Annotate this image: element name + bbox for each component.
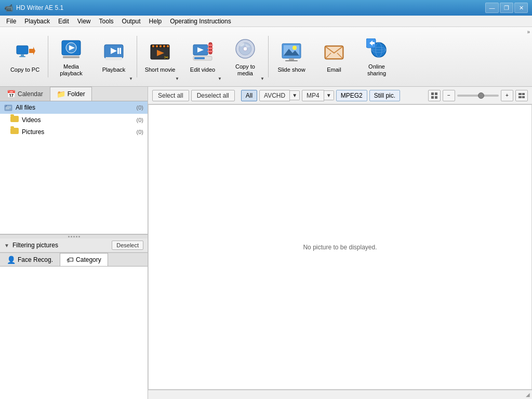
svg-rect-17 [159, 45, 162, 47]
svg-point-38 [292, 46, 297, 50]
short-movie-icon: ✂ [148, 39, 172, 64]
face-recog-icon: 👤 [7, 256, 16, 264]
menu-edit[interactable]: Edit [54, 17, 73, 26]
menu-bar: File Playback Edit View Tools Output Hel… [0, 16, 532, 27]
copy-to-media-button[interactable]: Copy to media ▼ [224, 31, 266, 83]
deselect-all-button[interactable]: Deselect all [191, 90, 235, 101]
edit-video-button[interactable]: Edit video ▼ [182, 31, 223, 83]
category-tab[interactable]: 🏷 Category [60, 253, 108, 266]
online-sharing-button[interactable]: Online sharing [356, 31, 397, 83]
zoom-out-button[interactable]: − [443, 90, 455, 101]
svg-rect-9 [105, 57, 122, 60]
svg-marker-3 [29, 47, 35, 55]
filter-arrow-icon: ▼ [4, 243, 9, 248]
playback-button[interactable]: Playback ▼ [93, 31, 135, 83]
minimize-button[interactable]: — [485, 3, 499, 13]
edit-video-arrow: ▼ [218, 76, 222, 81]
resize-grip: ◢ [526, 392, 530, 397]
toolbar-sep-1 [48, 36, 48, 77]
close-button[interactable]: ✕ [514, 3, 528, 13]
slide-show-icon [279, 39, 304, 64]
grid-view-button[interactable] [428, 90, 441, 101]
deselect-button[interactable]: Deselect [112, 241, 143, 250]
menu-help[interactable]: Help [145, 17, 166, 26]
copy-to-media-arrow: ▼ [260, 76, 264, 81]
menu-tools[interactable]: Tools [95, 17, 118, 26]
edit-video-label: Edit video [190, 66, 215, 73]
menu-playback[interactable]: Playback [20, 17, 54, 26]
tab-folder[interactable]: 📁 Folder [50, 87, 92, 101]
title-text: HD Writer AE 5.1 [16, 4, 63, 11]
resize-handle[interactable] [0, 234, 148, 238]
tree-item-all-files[interactable]: All files (0) [0, 101, 148, 114]
filter-all-button[interactable]: All [241, 90, 257, 101]
short-movie-label: Short movie [145, 66, 176, 73]
copy-to-media-label: Copy to media [227, 63, 263, 77]
tab-bar: 📅 Calendar 📁 Folder [0, 87, 148, 101]
svg-rect-54 [6, 108, 11, 108]
calendar-icon: 📅 [7, 90, 16, 98]
avchd-filter: AVCHD ▼ [259, 90, 300, 101]
title-bar: 📹 HD Writer AE 5.1 — ❐ ✕ [0, 0, 532, 16]
mp4-filter-btn[interactable]: MP4 [302, 90, 324, 101]
mp4-filter: MP4 ▼ [302, 90, 334, 101]
main-content: 📅 Calendar 📁 Folder [0, 87, 532, 399]
svg-rect-53 [6, 107, 11, 107]
zoom-in-button[interactable]: + [501, 90, 513, 101]
online-sharing-icon [364, 36, 389, 61]
playback-label: Playback [102, 66, 126, 73]
email-icon [322, 39, 347, 64]
filter-bar: Select all Deselect all All AVCHD ▼ MP4 … [148, 87, 532, 104]
restore-button[interactable]: ❐ [500, 3, 513, 13]
mpeg2-filter-button[interactable]: MPEG2 [336, 90, 367, 101]
copy-to-pc-icon [12, 39, 37, 64]
short-movie-button[interactable]: ✂ Short movie ▼ [139, 31, 181, 83]
list-view-button[interactable] [515, 90, 528, 101]
menu-operating-instructions[interactable]: Operating Instructions [166, 17, 235, 26]
tree-item-videos[interactable]: Videos (0) [0, 114, 148, 126]
left-panel: 📅 Calendar 📁 Folder [0, 87, 148, 399]
face-category-content [0, 267, 148, 399]
email-label: Email [327, 66, 341, 73]
filtering-panel: ▼ Filtering pictures Deselect [0, 238, 148, 253]
menu-file[interactable]: File [2, 17, 20, 26]
svg-rect-1 [21, 54, 24, 56]
face-recog-tab[interactable]: 👤 Face Recog. [0, 253, 60, 266]
slide-show-button[interactable]: Slide show [271, 31, 312, 83]
videos-icon [10, 116, 19, 124]
app-icon: 📹 [4, 4, 13, 12]
category-icon: 🏷 [66, 256, 74, 264]
mp4-filter-arrow[interactable]: ▼ [324, 90, 334, 100]
media-playback-button[interactable]: Media playback [50, 31, 92, 83]
svg-rect-61 [522, 93, 525, 95]
svg-rect-63 [522, 96, 525, 98]
tab-calendar[interactable]: 📅 Calendar [0, 87, 50, 101]
svg-rect-40 [285, 60, 298, 61]
size-slider[interactable] [457, 95, 499, 97]
svg-rect-15 [152, 45, 154, 47]
svg-rect-2 [19, 56, 25, 57]
menu-view[interactable]: View [73, 17, 95, 26]
select-all-button[interactable]: Select all [152, 90, 189, 101]
svg-rect-62 [518, 96, 522, 98]
size-slider-thumb[interactable] [478, 92, 484, 99]
view-controls: − + [428, 90, 528, 101]
face-category-tabs: 👤 Face Recog. 🏷 Category [0, 253, 148, 267]
avchd-filter-arrow[interactable]: ▼ [290, 90, 300, 100]
svg-rect-29 [194, 57, 205, 59]
filtering-label: Filtering pictures [12, 242, 109, 249]
svg-rect-59 [435, 96, 437, 99]
content-area: No picture to be displayed. [148, 104, 532, 390]
avchd-filter-btn[interactable]: AVCHD [259, 90, 290, 101]
svg-rect-18 [163, 45, 165, 47]
menu-output[interactable]: Output [118, 17, 145, 26]
toolbar-sep-2 [137, 36, 137, 77]
still-pic-filter-button[interactable]: Still pic. [369, 90, 400, 101]
toolbar-expand[interactable]: » [527, 29, 530, 35]
copy-to-pc-label: Copy to PC [10, 66, 39, 73]
media-playback-label: Media playback [53, 63, 89, 77]
media-playback-icon [59, 36, 84, 61]
copy-to-pc-button[interactable]: Copy to PC [4, 31, 46, 83]
tree-item-pictures[interactable]: Pictures (0) [0, 126, 148, 138]
email-button[interactable]: Email [313, 31, 355, 83]
